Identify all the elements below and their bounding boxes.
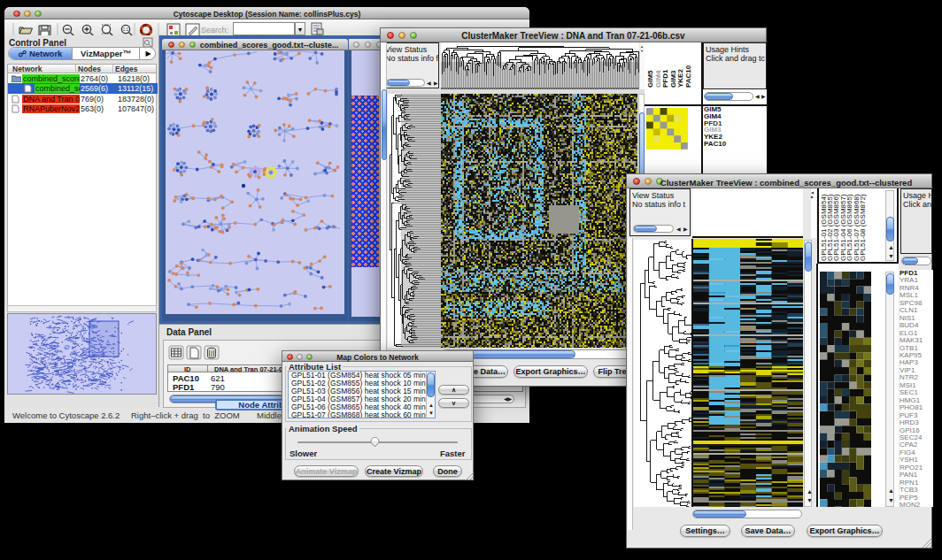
svg-text:1:1: 1:1 — [123, 27, 129, 32]
svg-text:Search:: Search: — [201, 26, 228, 35]
